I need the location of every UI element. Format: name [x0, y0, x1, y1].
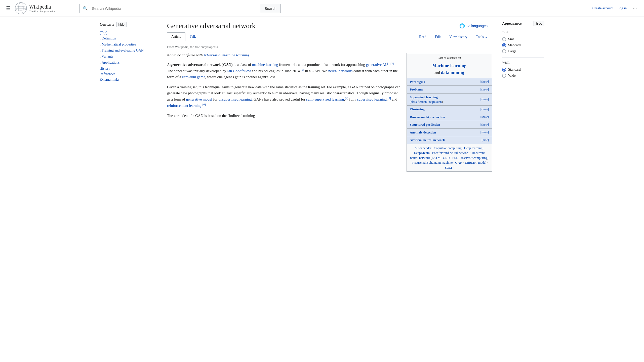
search-icon-button[interactable]: 🔍 [80, 4, 91, 13]
tab-read[interactable]: Read [415, 33, 431, 41]
create-account-link[interactable]: Create account [592, 6, 614, 10]
text-size-small-label: Small [508, 37, 516, 41]
link-deepdream[interactable]: DeepDream [414, 151, 430, 155]
link-cognitive-computing[interactable]: Cognitive computing [434, 146, 462, 150]
more-options-button[interactable]: ··· [631, 5, 639, 12]
text-size-standard-radio[interactable] [502, 43, 506, 47]
login-link[interactable]: Log in [617, 6, 627, 10]
link-semi-supervised-learning[interactable]: semi-supervised learning [306, 97, 344, 101]
toc-link-mathematical-properties[interactable]: Mathematical properties [102, 42, 136, 47]
chevron-right-icon[interactable]: › [100, 49, 101, 53]
link-supervised-learning[interactable]: supervised learning [357, 97, 387, 101]
link-gan[interactable]: GAN [455, 161, 462, 164]
infobox-paradigms-show-link[interactable]: show [481, 80, 488, 83]
toc-link-external-links[interactable]: External links [100, 78, 119, 81]
toc-hide-button[interactable]: hide [116, 22, 127, 27]
toc-link-definition[interactable]: Definition [102, 36, 116, 40]
ref-link-6[interactable]: [6] [203, 103, 206, 106]
toc-link-training[interactable]: Training and evaluating GAN [102, 49, 144, 53]
tab-edit[interactable]: Edit [431, 33, 445, 41]
chevron-right-icon[interactable]: › [100, 55, 101, 59]
toc-link-references[interactable]: References [100, 72, 115, 76]
link-lstm[interactable]: LSTM [432, 156, 440, 160]
ref-link-4[interactable]: [4] [345, 97, 348, 100]
link-reservoir-computing[interactable]: reservoir computing [461, 156, 487, 160]
link-generative-model[interactable]: generative model [186, 97, 212, 101]
tools-chevron-icon: ⌄ [485, 35, 488, 39]
menu-toggle-button[interactable]: ☰ [5, 4, 12, 12]
infobox-structured-link[interactable]: Structured prediction [410, 122, 440, 127]
hatnote-link[interactable]: Adversarial machine learning [204, 53, 249, 57]
link-gru[interactable]: GRU [443, 156, 450, 160]
chevron-right-icon[interactable]: › [100, 43, 101, 47]
text-size-large-radio[interactable] [502, 49, 506, 53]
link-diffusion-model[interactable]: Diffusion model [465, 161, 486, 164]
link-generative-ai[interactable]: generative AI [366, 63, 386, 67]
chevron-right-icon[interactable]: › [100, 37, 101, 41]
infobox-clustering-show: [show] [480, 107, 489, 112]
width-wide-option[interactable]: Wide [502, 73, 544, 79]
toc-link-applications[interactable]: Applications [102, 61, 120, 65]
toc-link-history[interactable]: History [100, 67, 110, 70]
toc-link-top[interactable]: (Top) [100, 31, 107, 35]
ref-link-1[interactable]: [1] [387, 62, 391, 65]
tab-view-history[interactable]: View history [445, 33, 472, 41]
language-selector-button[interactable]: 🌐 23 languages ⌄ [459, 23, 492, 29]
tab-talk[interactable]: Talk [185, 32, 200, 41]
link-classification[interactable]: classification [411, 100, 427, 104]
infobox-anomaly-show-link[interactable]: show [481, 130, 488, 134]
infobox-content: Part of a series on Machine learning and… [407, 53, 492, 172]
infobox-clustering-link[interactable]: Clustering [410, 107, 425, 112]
infobox-supervised-show-link[interactable]: show [481, 98, 488, 101]
search-button[interactable]: Search [260, 4, 281, 13]
tab-tools[interactable]: Tools ⌄ [472, 32, 492, 41]
infobox-paradigms-link[interactable]: Paradigms [410, 79, 425, 84]
radio-selected-dot-2 [503, 69, 505, 71]
link-rbm[interactable]: Restricted Boltzmann machine [412, 161, 453, 164]
infobox-ann-hide-link[interactable]: hide [482, 138, 488, 142]
toc-link-variants[interactable]: Variants [102, 55, 113, 59]
text-size-large-option[interactable]: Large [502, 48, 544, 54]
link-feedforward[interactable]: Feedforward neural network [432, 151, 469, 155]
link-som[interactable]: SOM [445, 166, 452, 169]
infobox-ann-link[interactable]: Artificial neural network [410, 138, 445, 143]
link-unsupervised-learning[interactable]: unsupervised learning [219, 97, 252, 101]
infobox-dimensionality-show-link[interactable]: show [481, 115, 488, 119]
ref-link-2[interactable]: [2] [390, 62, 394, 65]
link-regression[interactable]: regression [429, 100, 442, 104]
link-ian-goodfellow[interactable]: Ian Goodfellow [227, 69, 251, 73]
link-neural-networks[interactable]: neural networks [328, 69, 352, 73]
infobox-problems-link[interactable]: Problems [410, 87, 423, 92]
width-wide-radio[interactable] [502, 74, 506, 78]
wikipedia-logo-link[interactable]: Wikipedia The Free Encyclopedia [15, 2, 55, 15]
width-standard-option[interactable]: Standard [502, 67, 544, 73]
width-wide-label: Wide [508, 74, 516, 78]
tab-article[interactable]: Article [167, 32, 185, 41]
link-machine-learning[interactable]: machine learning [252, 63, 278, 67]
search-input[interactable] [91, 4, 260, 13]
infobox-clustering-show-link[interactable]: show [481, 108, 488, 111]
text-size-small-radio[interactable] [502, 37, 506, 41]
infobox-dimensionality-link[interactable]: Dimensionality reduction [410, 115, 445, 120]
infobox-anomaly-show: [show] [480, 130, 489, 134]
chevron-right-icon[interactable]: › [100, 61, 101, 65]
link-reinforcement-learning[interactable]: reinforcement learning [167, 104, 202, 108]
wikipedia-title: Wikipedia [29, 4, 55, 10]
infobox-anomaly-link[interactable]: Anomaly detection [410, 130, 436, 135]
width-standard-radio[interactable] [502, 68, 506, 72]
infobox-structured-show-link[interactable]: show [481, 123, 488, 126]
link-esn[interactable]: ESN [452, 156, 459, 160]
text-size-standard-option[interactable]: Standard [502, 42, 544, 48]
infobox-problems-show-link[interactable]: show [481, 88, 488, 91]
ref-link-3[interactable]: [3] [301, 68, 304, 71]
ref-link-5[interactable]: [5] [388, 97, 391, 100]
link-deep-learning[interactable]: Deep learning [464, 146, 482, 150]
text-size-small-option[interactable]: Small [502, 36, 544, 42]
article-tabs: Article Talk Read Edit View history Tool… [167, 32, 492, 41]
infobox-data-mining-link[interactable]: data mining [441, 70, 464, 75]
infobox-machine-learning-link[interactable]: Machine learning [432, 63, 466, 68]
link-autoencoder[interactable]: Autoencoder [415, 146, 431, 150]
appearance-hide-button[interactable]: hide [534, 21, 544, 26]
infobox-supervised-link[interactable]: Supervised learning [410, 95, 438, 99]
link-zero-sum-game[interactable]: zero-sum game [182, 75, 205, 79]
